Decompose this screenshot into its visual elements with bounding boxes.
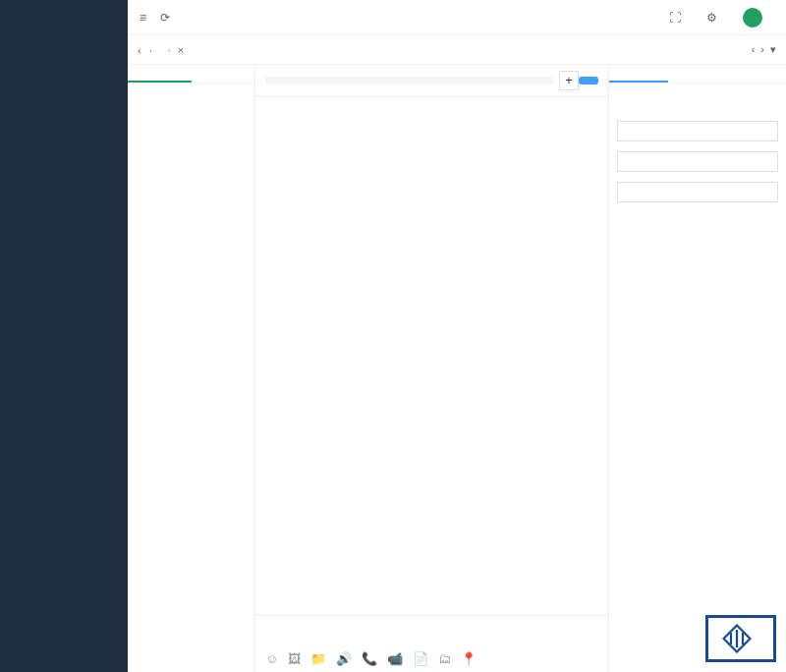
chat-title: [265, 77, 553, 84]
tab-blacklist[interactable]: [668, 65, 727, 83]
topbar: ≡ ⟳ ⛶ ⚙: [128, 0, 786, 35]
tab-prev-icon[interactable]: ‹: [752, 43, 756, 56]
video-icon[interactable]: 📹: [387, 651, 403, 666]
breadcrumb-back-icon[interactable]: ‹: [138, 44, 141, 56]
chat-messages: [255, 97, 608, 615]
tab-visitor-info[interactable]: [609, 65, 668, 83]
user-avatar[interactable]: [743, 8, 762, 28]
tab-quick-reply[interactable]: [727, 65, 786, 83]
card-icon[interactable]: 🗂: [438, 651, 451, 666]
chat-area: + ☺ 🖼 📁 🔊 📞 📹 📄 🗂 📍: [255, 65, 609, 672]
doc-icon[interactable]: 📄: [413, 651, 428, 666]
message-input[interactable]: [255, 616, 608, 645]
chat-toolbar: ☺ 🖼 📁 🔊 📞 📹 📄 🗂 📍: [255, 645, 608, 672]
chat-input-area: ☺ 🖼 📁 🔊 📞 📹 📄 🗂 📍: [255, 615, 608, 672]
brand-logo-icon: [722, 624, 752, 653]
location-icon[interactable]: 📍: [461, 651, 477, 666]
main: ≡ ⟳ ⛶ ⚙ ‹ · · × ‹ › ▾: [128, 0, 786, 672]
name-input[interactable]: [617, 121, 778, 141]
convlist-tabs: [128, 65, 254, 84]
tab-current-chat[interactable]: [128, 65, 192, 83]
fullscreen-icon[interactable]: ⛶: [669, 11, 681, 25]
audio-icon[interactable]: 🔊: [336, 651, 352, 666]
right-panel: [609, 65, 786, 672]
menu-toggle-icon[interactable]: ≡: [140, 11, 146, 25]
folder-icon[interactable]: 📁: [310, 651, 326, 666]
add-tab-button[interactable]: +: [559, 71, 579, 90]
close-icon[interactable]: ×: [178, 44, 184, 56]
emoji-icon[interactable]: ☺: [265, 651, 278, 666]
refresh-icon[interactable]: ⟳: [160, 11, 170, 25]
tab-menu-icon[interactable]: ▾: [770, 43, 776, 56]
breadcrumb-item[interactable]: ·: [149, 44, 152, 56]
phone-icon[interactable]: 📞: [362, 651, 377, 666]
tab-next-icon[interactable]: ›: [760, 43, 764, 56]
breadcrumb: ‹ · · × ‹ › ▾: [128, 35, 786, 65]
phone-input[interactable]: [617, 151, 778, 172]
chat-header: +: [255, 65, 608, 97]
brand-banner: [705, 615, 776, 662]
breadcrumb-item[interactable]: · ×: [168, 44, 185, 56]
transfer-button[interactable]: [579, 77, 598, 84]
sidebar: [0, 0, 128, 672]
image-icon[interactable]: 🖼: [288, 651, 301, 666]
app-title: [0, 0, 128, 24]
settings-icon[interactable]: ⚙: [706, 11, 717, 25]
conversation-list: [128, 65, 255, 672]
tab-queue[interactable]: [192, 65, 255, 83]
remark-input[interactable]: [617, 182, 778, 202]
